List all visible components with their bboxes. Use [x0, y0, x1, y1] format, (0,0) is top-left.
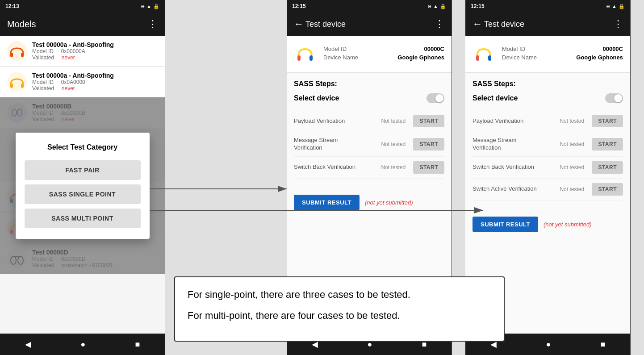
device-logo-2: [294, 43, 316, 65]
modal-title: Select Test Category: [25, 143, 141, 151]
svg-point-3: [7, 72, 27, 92]
model-id-row-3: Model ID 00000C: [502, 46, 623, 52]
svg-rect-22: [488, 55, 491, 61]
app-bar-2: ← Test device ⋮: [287, 13, 452, 36]
test-label-3-0: Payload Verification: [473, 117, 554, 125]
wifi-icon-2: ▲: [433, 4, 438, 9]
start-btn-3-0[interactable]: START: [592, 115, 623, 127]
start-btn-2-2[interactable]: START: [413, 161, 444, 174]
annotation-line1: For single-point, there are three cases …: [188, 288, 491, 302]
toggle-knob-2: [435, 94, 443, 102]
device-name-value-3: Google Gphones: [576, 54, 623, 61]
toggle-3[interactable]: [605, 93, 623, 103]
test-row-2-0: Payload Verification Not tested START: [294, 110, 444, 132]
device-info-2: Model ID 00000C Device Name Google Gphon…: [323, 46, 444, 63]
back-icon-3[interactable]: ←: [473, 18, 482, 30]
test-status-3-0: Not tested: [560, 118, 586, 124]
model-id-value-2: 00000C: [424, 46, 444, 52]
test-row-3-1: Message StreamVerification Not tested ST…: [473, 132, 623, 157]
modal-box: Select Test Category FAST PAIR SASS SING…: [16, 133, 150, 239]
menu-icon-1[interactable]: ⋮: [148, 18, 158, 30]
device-info-3: Model ID 00000C Device Name Google Gphon…: [502, 46, 623, 63]
app-bar-1: Models ⋮: [0, 13, 165, 36]
model-item-2[interactable]: Test 00000a - Anti-Spoofing Model ID 0x0…: [0, 67, 165, 97]
svg-rect-19: [297, 55, 301, 61]
home-nav-3[interactable]: ●: [539, 336, 558, 353]
annotation-line2: For multi-point, there are four cases to…: [188, 309, 491, 323]
start-btn-2-1[interactable]: START: [413, 138, 444, 150]
device-name-label-2: Device Name: [323, 54, 358, 61]
device-name-value-2: Google Gphones: [397, 54, 444, 61]
start-btn-3-3[interactable]: START: [592, 183, 623, 196]
test-device-title-2: Test device: [305, 20, 435, 29]
test-label-3-1: Message StreamVerification: [473, 137, 554, 152]
model-id-label-2: Model ID: [323, 46, 347, 52]
models-title: Models: [7, 19, 148, 29]
sim-icon-2: ⊖: [427, 4, 431, 9]
battery-icon-3: 🔒: [619, 4, 625, 9]
battery-icon: 🔒: [153, 4, 159, 9]
sass-single-point-button[interactable]: SASS SINGLE POINT: [25, 184, 141, 204]
back-icon-2[interactable]: ←: [294, 18, 304, 30]
home-nav-1[interactable]: ●: [74, 336, 93, 353]
menu-icon-2[interactable]: ⋮: [435, 18, 444, 30]
model-info-2: Test 00000a - Anti-Spoofing Model ID 0x0…: [32, 72, 158, 92]
sim-icon-3: ⊖: [606, 4, 610, 9]
fast-pair-button[interactable]: FAST PAIR: [25, 160, 141, 180]
device-name-row-3: Device Name Google Gphones: [502, 54, 623, 61]
model-info-1: Test 00000a - Anti-Spoofing Model ID 0x0…: [32, 41, 158, 61]
select-device-row-2: Select device: [294, 93, 444, 103]
device-name-row-2: Device Name Google Gphones: [323, 54, 444, 61]
test-status-3-1: Not tested: [560, 141, 586, 147]
app-bar-3: ← Test device ⋮: [465, 13, 630, 36]
sass-title-2: SASS Steps:: [294, 80, 444, 88]
device-header-2: Model ID 00000C Device Name Google Gphon…: [287, 36, 452, 73]
test-status-3-3: Not tested: [560, 186, 586, 192]
recents-nav-1[interactable]: ■: [128, 336, 147, 353]
model-id-value-3: 00000C: [602, 46, 623, 52]
status-bar-2: 12:15 ⊖ ▲ 🔒: [287, 0, 452, 13]
svg-rect-20: [309, 55, 313, 61]
test-row-3-0: Payload Verification Not tested START: [473, 110, 623, 132]
sass-multi-point-button[interactable]: SASS MULTI POINT: [25, 209, 141, 228]
device-name-label-3: Device Name: [502, 54, 537, 61]
test-row-2-2: Switch Back Verification Not tested STAR…: [294, 157, 444, 179]
submit-btn-3[interactable]: SUBMIT RESULT: [473, 217, 538, 232]
sass-title-3: SASS Steps:: [473, 80, 623, 88]
svg-rect-21: [476, 55, 479, 61]
wifi-icon-3: ▲: [612, 4, 617, 9]
not-submitted-2: (not yet submitted): [365, 199, 413, 206]
back-nav-1[interactable]: ◀: [18, 336, 38, 353]
test-row-3-3: Switch Active Verification Not tested ST…: [473, 179, 623, 200]
toggle-knob-3: [614, 94, 622, 102]
model-name-1: Test 00000a - Anti-Spoofing: [32, 41, 158, 48]
test-label-2-2: Switch Back Verification: [294, 163, 376, 171]
model-id-label-3: Model ID: [502, 46, 525, 52]
test-row-2-1: Message StreamVerification Not tested ST…: [294, 132, 444, 157]
menu-icon-3[interactable]: ⋮: [613, 18, 623, 30]
select-device-label-3: Select device: [473, 94, 518, 102]
start-btn-3-2[interactable]: START: [592, 161, 623, 174]
submit-btn-2[interactable]: SUBMIT RESULT: [294, 195, 360, 210]
start-btn-3-1[interactable]: START: [592, 138, 623, 150]
not-submitted-3: (not yet submitted): [544, 221, 592, 228]
model-sub-1: Model ID 0x00000A: [32, 48, 158, 54]
model-item-1[interactable]: Test 00000a - Anti-Spoofing Model ID 0x0…: [0, 36, 165, 67]
test-device-title-3: Test device: [484, 20, 613, 29]
phone1: 12:13 ⊖ ▲ 🔒 Models ⋮: [0, 0, 165, 355]
test-status-2-0: Not tested: [381, 118, 408, 124]
test-label-3-2: Switch Back Verification: [473, 163, 554, 171]
recents-nav-3[interactable]: ■: [594, 336, 613, 353]
svg-rect-4: [10, 84, 13, 88]
status-icons-1: ⊖ ▲ 🔒: [141, 4, 159, 9]
time-2: 12:15: [292, 3, 306, 9]
model-validated-2: Validated never: [32, 85, 158, 92]
model-name-2: Test 00000a - Anti-Spoofing: [32, 72, 158, 79]
sim-icon: ⊖: [141, 4, 145, 9]
toggle-2[interactable]: [427, 93, 444, 103]
models-list: Test 00000a - Anti-Spoofing Model ID 0x0…: [0, 36, 165, 334]
start-btn-2-0[interactable]: START: [413, 115, 444, 127]
status-icons-2: ⊖ ▲ 🔒: [427, 4, 446, 9]
test-status-3-2: Not tested: [560, 164, 586, 171]
avatar-1: [7, 41, 27, 61]
